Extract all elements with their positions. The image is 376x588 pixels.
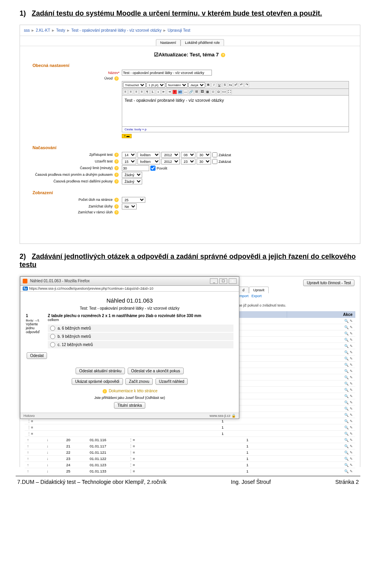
table-row: ⋮≡1🔍 ✎ [25,424,355,431]
lang-select[interactable]: Jazyk [188,82,205,88]
name-input[interactable] [122,70,212,76]
align-left-icon[interactable]: ≡ [123,90,128,94]
delay1-select[interactable]: Žádný [122,172,142,178]
crumb[interactable]: sss [24,28,30,32]
export-link[interactable]: Export [251,294,262,298]
option-b[interactable]: b. 9 běžných metrů [48,333,233,340]
bgcolor-icon[interactable]: ab [178,90,183,94]
limit-input[interactable] [122,165,149,171]
crumb[interactable]: 2.KL-KT [36,28,50,32]
radio-a[interactable] [50,326,55,331]
help-badge[interactable]: ? ▬ [122,134,132,138]
delay2-select[interactable]: Žádný [122,179,142,184]
bold-icon[interactable]: B [206,83,211,87]
perpage-select[interactable]: 25 [122,197,145,203]
indent-icon[interactable]: ⇥ [167,90,172,94]
tab-roles[interactable]: Lokálně přidělené role [181,39,224,46]
html-icon[interactable]: <> [222,90,226,94]
help-icon[interactable]: ? [114,173,119,177]
sub-icon[interactable]: x₂ [228,83,233,87]
style-select[interactable]: Normální [166,82,188,88]
open-day[interactable]: 14 [122,152,136,158]
option-a[interactable]: a. 6 běžných metrů [48,325,233,332]
align-center-icon[interactable]: ≡ [128,90,133,94]
char-icon[interactable]: Ω [216,90,221,94]
cb-label: Povolit [157,166,167,170]
help-icon[interactable]: ? [114,153,119,157]
q-total: celkem [48,318,233,322]
list-ol-icon[interactable]: 1. [150,90,155,94]
submit-page-button[interactable]: Odeslat aktuální stránku [76,368,125,374]
close-hour[interactable]: 23 [181,159,195,164]
help-icon[interactable]: ? [114,76,119,81]
link-icon[interactable]: 🔗 [189,90,193,94]
submit-all-button[interactable]: Odeslat vše a ukončit pokus [128,368,184,374]
open-hour[interactable]: 08 [181,152,195,158]
unlink-icon[interactable]: ⛓ [194,90,199,94]
minimize-icon[interactable]: _ [210,278,218,284]
strike-icon[interactable]: S [222,83,227,87]
font-select[interactable]: Trebuchet [123,82,146,88]
crumb[interactable]: Testy [56,28,65,32]
align-just-icon[interactable]: ≡ [139,90,144,94]
hr-icon[interactable]: — [183,90,188,94]
limit-enable-cb[interactable] [150,166,155,171]
open-year[interactable]: 2012 [161,152,180,158]
dir-icon[interactable]: ¶ [145,90,150,94]
radio-b[interactable] [50,334,55,339]
restart-button[interactable]: Začít znovu [125,378,153,385]
editor-textarea[interactable]: Test - opakování probrané látky - víz vz… [122,96,349,127]
tab-settings[interactable]: Nastavení [156,39,181,46]
fullscreen-icon[interactable]: ⛶ [227,90,232,94]
help-icon[interactable]: ? [114,166,119,170]
submit-button[interactable]: Odeslat [27,352,47,359]
align-right-icon[interactable]: ≡ [134,90,139,94]
crumb[interactable]: Test - opakování probrané látky - víz vz… [71,28,162,32]
option-c[interactable]: c. 12 běžných metrů [48,341,233,348]
close-day[interactable]: 15 [122,159,136,164]
open-month[interactable]: květen [137,152,160,158]
help-icon[interactable]: ? [114,179,119,184]
help-icon[interactable]: ? [114,159,119,164]
outdent-icon[interactable]: ⇤ [161,90,166,94]
q-number: 1 [26,314,28,318]
help-icon[interactable]: ? [114,198,119,202]
show-answers-button[interactable]: Ukázat správné odpovědi [72,378,123,385]
close-min[interactable]: 30 [197,159,211,164]
doc-link[interactable]: Dokumentace k této stránce [109,389,158,393]
shuffle-select[interactable]: Ne [122,204,137,209]
open-disable-cb[interactable] [212,152,217,157]
undo-icon[interactable]: ↶ [239,83,244,87]
home-button[interactable]: Titulní stránka [114,402,145,409]
smile-icon[interactable]: ☺ [211,90,215,94]
close-disable-cb[interactable] [212,159,217,164]
intro-label: Úvod ? [20,76,122,81]
color-icon[interactable]: T [172,90,177,94]
close-preview-button[interactable]: Uzavřít náhled [155,378,188,385]
table-icon[interactable]: ▦ [205,90,210,94]
tab-d[interactable]: d [238,287,249,293]
image-icon[interactable]: 🖼 [200,90,204,94]
import-link[interactable]: Import [239,294,249,298]
italic-icon[interactable]: I [212,83,216,87]
radio-c[interactable] [50,342,55,347]
url-text[interactable]: https://www.sss-ji.cz/moodle/question/pr… [29,287,154,290]
help-icon[interactable]: ? [114,210,119,215]
size-select[interactable]: 1 (8 pt) [146,82,165,88]
help-icon[interactable]: ? [114,204,119,209]
open-min[interactable]: 30 [197,152,211,158]
close-month[interactable]: květen [137,159,160,164]
maximize-icon[interactable]: ☐ [219,278,227,284]
edit-activity-button[interactable]: Upravit tuto činnost - Test [303,280,354,286]
redo-icon[interactable]: ↷ [244,83,249,87]
close-icon[interactable]: ✕ [229,278,237,284]
help-icon[interactable]: ? [221,53,225,57]
tab-edit[interactable]: Upravit [249,287,269,293]
close-label: Uzavřít test ? [20,159,122,164]
question-list-screenshot: Upravit tuto činnost - Test d Upravit Im… [20,276,360,467]
close-year[interactable]: 2012 [161,159,180,164]
underline-icon[interactable]: U [217,83,222,87]
list-ul-icon[interactable]: • [156,90,161,94]
open-label: Zpřístupnit test ? [20,153,122,157]
sup-icon[interactable]: x² [233,83,238,87]
